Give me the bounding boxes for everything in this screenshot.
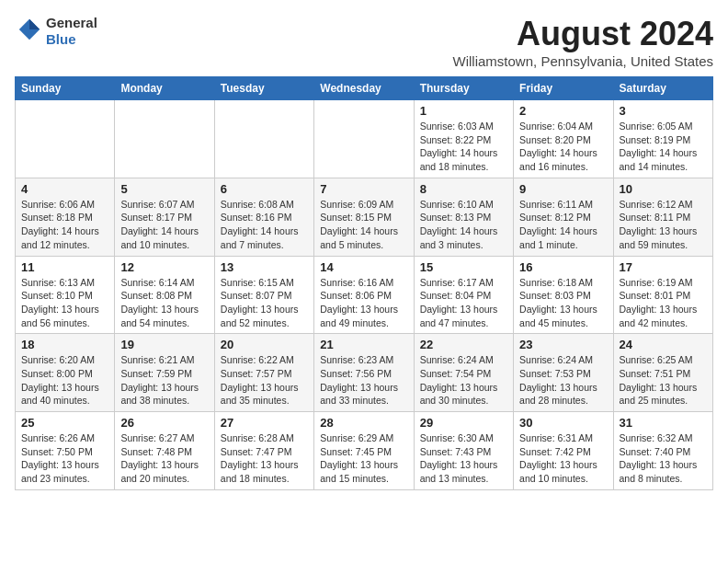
calendar-week-3: 11Sunrise: 6:13 AMSunset: 8:10 PMDayligh… — [16, 256, 713, 334]
main-title: August 2024 — [453, 15, 713, 53]
calendar-cell: 7Sunrise: 6:09 AMSunset: 8:15 PMDaylight… — [314, 178, 414, 256]
header-row: Sunday Monday Tuesday Wednesday Thursday… — [16, 77, 713, 100]
day-number: 21 — [320, 338, 407, 351]
day-info: Sunrise: 6:09 AMSunset: 8:15 PMDaylight:… — [320, 198, 407, 252]
calendar-cell: 14Sunrise: 6:16 AMSunset: 8:06 PMDayligh… — [314, 256, 414, 334]
day-number: 22 — [420, 338, 507, 351]
day-number: 6 — [221, 182, 308, 196]
day-info: Sunrise: 6:22 AMSunset: 7:57 PMDaylight:… — [221, 353, 308, 408]
day-info: Sunrise: 6:13 AMSunset: 8:10 PMDaylight:… — [21, 276, 108, 330]
calendar-cell: 22Sunrise: 6:24 AMSunset: 7:54 PMDayligh… — [414, 334, 513, 412]
day-number: 16 — [519, 260, 607, 274]
day-number: 30 — [519, 416, 607, 430]
day-number: 10 — [620, 182, 707, 196]
calendar-cell — [214, 100, 313, 178]
calendar-week-2: 4Sunrise: 6:06 AMSunset: 8:18 PMDaylight… — [16, 178, 713, 256]
calendar-cell: 20Sunrise: 6:22 AMSunset: 7:57 PMDayligh… — [214, 334, 313, 412]
logo-icon — [17, 17, 42, 42]
calendar-cell — [16, 100, 115, 178]
calendar-cell: 21Sunrise: 6:23 AMSunset: 7:56 PMDayligh… — [314, 334, 414, 412]
day-info: Sunrise: 6:21 AMSunset: 7:59 PMDaylight:… — [120, 353, 208, 408]
day-info: Sunrise: 6:11 AMSunset: 8:12 PMDaylight:… — [519, 198, 607, 252]
day-info: Sunrise: 6:19 AMSunset: 8:01 PMDaylight:… — [620, 276, 707, 330]
day-number: 8 — [420, 182, 507, 196]
day-info: Sunrise: 6:12 AMSunset: 8:11 PMDaylight:… — [620, 198, 707, 252]
day-info: Sunrise: 6:18 AMSunset: 8:03 PMDaylight:… — [519, 276, 607, 330]
logo: General Blue — [15, 15, 97, 48]
day-info: Sunrise: 6:29 AMSunset: 7:45 PMDaylight:… — [320, 431, 407, 486]
col-thursday: Thursday — [414, 77, 513, 100]
col-tuesday: Tuesday — [214, 77, 313, 100]
day-number: 15 — [420, 260, 507, 274]
page-header: General Blue August 2024 Williamstown, P… — [15, 15, 713, 69]
day-info: Sunrise: 6:06 AMSunset: 8:18 PMDaylight:… — [21, 198, 108, 252]
calendar-header: Sunday Monday Tuesday Wednesday Thursday… — [16, 77, 713, 100]
calendar-week-1: 1Sunrise: 6:03 AMSunset: 8:22 PMDaylight… — [16, 100, 713, 178]
calendar-cell: 26Sunrise: 6:27 AMSunset: 7:48 PMDayligh… — [115, 412, 214, 490]
day-number: 31 — [620, 416, 707, 430]
col-wednesday: Wednesday — [314, 77, 414, 100]
day-info: Sunrise: 6:25 AMSunset: 7:51 PMDaylight:… — [620, 353, 707, 408]
calendar-cell: 1Sunrise: 6:03 AMSunset: 8:22 PMDaylight… — [414, 100, 513, 178]
calendar-cell: 17Sunrise: 6:19 AMSunset: 8:01 PMDayligh… — [613, 256, 712, 334]
day-number: 19 — [120, 338, 208, 351]
calendar-week-5: 25Sunrise: 6:26 AMSunset: 7:50 PMDayligh… — [16, 412, 713, 490]
calendar-cell: 27Sunrise: 6:28 AMSunset: 7:47 PMDayligh… — [214, 412, 313, 490]
day-number: 24 — [620, 338, 707, 351]
day-info: Sunrise: 6:15 AMSunset: 8:07 PMDaylight:… — [221, 276, 308, 330]
day-number: 27 — [221, 416, 308, 430]
day-number: 2 — [519, 104, 607, 118]
calendar-cell: 10Sunrise: 6:12 AMSunset: 8:11 PMDayligh… — [613, 178, 712, 256]
calendar-cell: 18Sunrise: 6:20 AMSunset: 8:00 PMDayligh… — [16, 334, 115, 412]
day-info: Sunrise: 6:16 AMSunset: 8:06 PMDaylight:… — [320, 276, 407, 330]
calendar-cell: 9Sunrise: 6:11 AMSunset: 8:12 PMDaylight… — [514, 178, 613, 256]
day-info: Sunrise: 6:10 AMSunset: 8:13 PMDaylight:… — [420, 198, 507, 252]
day-number: 17 — [620, 260, 707, 274]
day-number: 3 — [620, 104, 707, 118]
day-number: 18 — [21, 338, 108, 351]
day-info: Sunrise: 6:03 AMSunset: 8:22 PMDaylight:… — [420, 120, 507, 174]
calendar-cell: 16Sunrise: 6:18 AMSunset: 8:03 PMDayligh… — [514, 256, 613, 334]
day-number: 26 — [120, 416, 208, 430]
day-info: Sunrise: 6:08 AMSunset: 8:16 PMDaylight:… — [221, 198, 308, 252]
day-number: 20 — [221, 338, 308, 351]
day-number: 14 — [320, 260, 407, 274]
day-number: 9 — [519, 182, 607, 196]
day-info: Sunrise: 6:14 AMSunset: 8:08 PMDaylight:… — [120, 276, 208, 330]
calendar-cell: 11Sunrise: 6:13 AMSunset: 8:10 PMDayligh… — [16, 256, 115, 334]
calendar-cell: 6Sunrise: 6:08 AMSunset: 8:16 PMDaylight… — [214, 178, 313, 256]
day-number: 4 — [21, 182, 108, 196]
calendar-cell: 4Sunrise: 6:06 AMSunset: 8:18 PMDaylight… — [16, 178, 115, 256]
col-saturday: Saturday — [613, 77, 712, 100]
calendar-cell — [314, 100, 414, 178]
logo-blue: Blue — [46, 31, 97, 48]
col-friday: Friday — [514, 77, 613, 100]
day-info: Sunrise: 6:31 AMSunset: 7:42 PMDaylight:… — [519, 431, 607, 486]
calendar-cell: 15Sunrise: 6:17 AMSunset: 8:04 PMDayligh… — [414, 256, 513, 334]
day-info: Sunrise: 6:24 AMSunset: 7:54 PMDaylight:… — [420, 353, 507, 408]
day-info: Sunrise: 6:17 AMSunset: 8:04 PMDaylight:… — [420, 276, 507, 330]
day-info: Sunrise: 6:26 AMSunset: 7:50 PMDaylight:… — [21, 431, 108, 486]
day-info: Sunrise: 6:30 AMSunset: 7:43 PMDaylight:… — [420, 431, 507, 486]
day-number: 23 — [519, 338, 607, 351]
day-info: Sunrise: 6:32 AMSunset: 7:40 PMDaylight:… — [620, 431, 707, 486]
day-info: Sunrise: 6:05 AMSunset: 8:19 PMDaylight:… — [620, 120, 707, 174]
calendar-cell: 25Sunrise: 6:26 AMSunset: 7:50 PMDayligh… — [16, 412, 115, 490]
calendar-cell: 31Sunrise: 6:32 AMSunset: 7:40 PMDayligh… — [613, 412, 712, 490]
col-sunday: Sunday — [16, 77, 115, 100]
calendar-cell: 29Sunrise: 6:30 AMSunset: 7:43 PMDayligh… — [414, 412, 513, 490]
day-info: Sunrise: 6:28 AMSunset: 7:47 PMDaylight:… — [221, 431, 308, 486]
calendar-cell: 19Sunrise: 6:21 AMSunset: 7:59 PMDayligh… — [115, 334, 214, 412]
subtitle: Williamstown, Pennsylvania, United State… — [453, 53, 713, 69]
calendar-cell: 3Sunrise: 6:05 AMSunset: 8:19 PMDaylight… — [613, 100, 712, 178]
col-monday: Monday — [115, 77, 214, 100]
calendar-week-4: 18Sunrise: 6:20 AMSunset: 8:00 PMDayligh… — [16, 334, 713, 412]
day-info: Sunrise: 6:20 AMSunset: 8:00 PMDaylight:… — [21, 353, 108, 408]
calendar-cell: 24Sunrise: 6:25 AMSunset: 7:51 PMDayligh… — [613, 334, 712, 412]
day-number: 7 — [320, 182, 407, 196]
calendar-cell: 5Sunrise: 6:07 AMSunset: 8:17 PMDaylight… — [115, 178, 214, 256]
day-info: Sunrise: 6:27 AMSunset: 7:48 PMDaylight:… — [120, 431, 208, 486]
calendar-body: 1Sunrise: 6:03 AMSunset: 8:22 PMDaylight… — [16, 100, 713, 490]
calendar-table: Sunday Monday Tuesday Wednesday Thursday… — [15, 76, 713, 490]
calendar-cell: 13Sunrise: 6:15 AMSunset: 8:07 PMDayligh… — [214, 256, 313, 334]
